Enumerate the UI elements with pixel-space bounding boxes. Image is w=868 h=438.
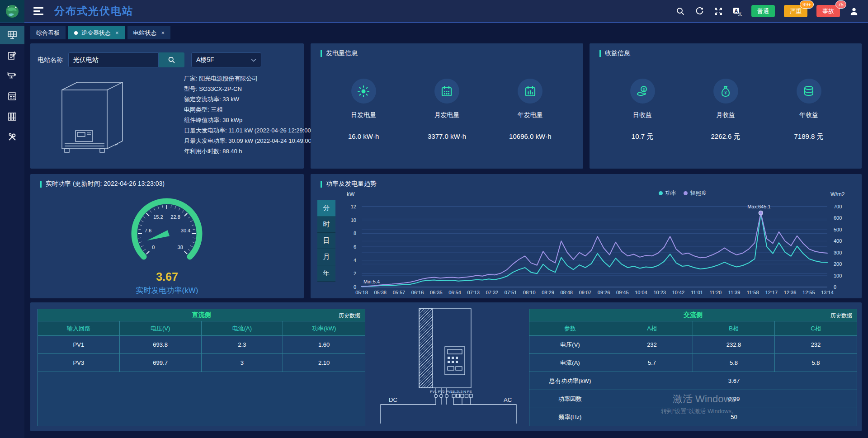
svg-text:15.2: 15.2 <box>153 214 163 220</box>
svg-text:11:20: 11:20 <box>709 290 722 295</box>
stat-label: 日收益 <box>633 111 652 119</box>
ac-label: AC <box>504 396 512 403</box>
power-gauge: 07.615.222.830.438 <box>30 174 304 271</box>
cell: 2.3 <box>202 336 283 353</box>
sidebar-item-monitor[interactable] <box>0 26 24 44</box>
app-logo <box>0 0 24 23</box>
spec-line: 月最大发电功率: 30.09 kW (2022-04-24 10:49:00) <box>184 136 313 146</box>
ac-terminal-labels: L1L2L3 N PE <box>450 390 472 394</box>
title-accent-bar <box>599 50 601 57</box>
station-search-row: 电站名称 A楼5F <box>38 52 261 67</box>
trend-chart: 010020030040050060070002468101205:1805:3… <box>311 174 862 298</box>
stat-value: 2262.6 元 <box>711 132 740 141</box>
spec-line: 日最大发电功率: 11.01 kW (2022-04-26 12:29:00) <box>184 125 313 136</box>
svg-text:09:07: 09:07 <box>579 290 592 295</box>
svg-text:10:23: 10:23 <box>653 290 666 295</box>
stat-daily-generation: 日发电量 16.0 kW·h <box>327 79 400 140</box>
inverter-specs: 厂家: 阳光电源股份有限公司 型号: SG33CX-2P-CN 额定交流功率: … <box>184 73 313 156</box>
accident-count-badge: 75 <box>835 0 846 9</box>
sidebar-item-logs[interactable] <box>0 47 24 65</box>
column-header: 电流(A) <box>202 321 283 335</box>
svg-text:05:18: 05:18 <box>355 290 368 295</box>
inverter-image <box>49 77 158 163</box>
svg-text:6: 6 <box>354 244 356 250</box>
station-search-input[interactable] <box>68 52 159 67</box>
search-button[interactable] <box>159 52 184 67</box>
svg-text:300: 300 <box>834 250 842 255</box>
tab-inverter-status[interactable]: 逆变器状态 × <box>68 26 125 39</box>
building-select-value: A楼5F <box>196 56 214 64</box>
refresh-icon[interactable] <box>694 6 704 16</box>
sidebar-item-reports[interactable] <box>0 87 24 105</box>
column-header: 电压(V) <box>120 321 202 335</box>
svg-text:09:26: 09:26 <box>598 290 610 295</box>
severe-count-badge: 99+ <box>800 0 814 9</box>
spec-line: 额定交流功率: 33 kW <box>184 94 313 104</box>
stat-monthly-revenue: ¥ 月收益 2262.6 元 <box>689 79 762 141</box>
svg-text:11:39: 11:39 <box>728 290 741 295</box>
spec-line: 年利用小时数: 88.40 h <box>184 146 313 156</box>
ac-side-table: 交流侧 历史数据 参数 A相 B相 C相 电压(V) 232 232.8 232… <box>529 309 857 426</box>
svg-text:12:36: 12:36 <box>784 290 797 295</box>
tab-close-icon[interactable]: × <box>115 29 119 36</box>
cell: 1.60 <box>283 336 365 353</box>
cell: 功率因数 <box>529 390 611 408</box>
coins-icon <box>797 79 821 104</box>
generation-stats: 日发电量 16.0 kW·h 月发电量 <box>322 79 572 140</box>
building-select[interactable]: A楼5F <box>191 52 261 67</box>
ac-table-title: 交流侧 <box>684 311 703 319</box>
column-header: A相 <box>611 321 693 335</box>
stat-yearly-generation: 年发电量 10696.0 kW·h <box>494 79 566 140</box>
main-content: 电站名称 A楼5F <box>24 39 868 438</box>
inverter-wiring-diagram: PV1 PV2 PV3 L1L2L3 N PE DC AC <box>376 305 521 428</box>
translate-icon[interactable]: A 文 <box>732 6 742 16</box>
gauge-unit-label: 实时发电功率(kW) <box>30 285 304 296</box>
svg-text:06:16: 06:16 <box>411 290 424 295</box>
svg-text:文: 文 <box>738 12 742 16</box>
cell: 总有功功率(kW) <box>529 372 611 390</box>
svg-text:Max:645.1: Max:645.1 <box>747 204 770 209</box>
alarm-severe-button[interactable]: 严重 99+ <box>784 5 807 17</box>
sidebar-item-archives[interactable] <box>0 108 24 126</box>
svg-text:12:55: 12:55 <box>802 290 815 295</box>
tab-label: 综合看板 <box>36 29 60 37</box>
svg-text:10:04: 10:04 <box>635 290 647 295</box>
svg-text:100: 100 <box>834 273 842 278</box>
stat-yearly-revenue: 年收益 7189.8 元 <box>773 79 845 141</box>
tab-station-status[interactable]: 电站状态 × <box>127 26 171 39</box>
dc-table-title-row: 直流侧 历史数据 <box>38 309 365 321</box>
gauge-value: 3.67 <box>30 270 304 283</box>
tab-close-icon[interactable]: × <box>161 29 165 36</box>
fullscreen-icon[interactable] <box>713 6 723 16</box>
table-row: 频率(Hz) 50 <box>529 408 857 426</box>
dc-history-link[interactable]: 历史数据 <box>339 309 360 322</box>
spec-line: 电网类型: 三相 <box>184 104 313 115</box>
svg-text:0: 0 <box>354 284 356 290</box>
sidebar-item-devices[interactable] <box>0 67 24 85</box>
alarm-accident-button[interactable]: 事故 75 <box>816 5 840 17</box>
alarm-normal-button[interactable]: 普通 <box>751 5 775 17</box>
svg-text:09:45: 09:45 <box>616 290 629 295</box>
stat-label: 年发电量 <box>518 111 543 119</box>
cell: PV1 <box>38 336 120 353</box>
sidebar-item-tools[interactable] <box>0 128 24 146</box>
tab-label: 逆变器状态 <box>81 29 111 37</box>
cell: 699.7 <box>120 354 202 372</box>
svg-text:10: 10 <box>351 217 356 223</box>
column-header: B相 <box>693 321 775 335</box>
search-icon[interactable] <box>675 6 685 16</box>
news-icon <box>7 50 18 61</box>
svg-text:38: 38 <box>178 245 183 250</box>
tab-dashboard[interactable]: 综合看板 <box>30 26 66 39</box>
dc-ac-panel: 直流侧 历史数据 输入回路 电压(V) 电流(A) 功率(kW) PV1 693… <box>30 302 862 431</box>
menu-toggle-icon[interactable] <box>33 5 43 17</box>
ac-history-link[interactable]: 历史数据 <box>830 309 852 322</box>
search-icon <box>168 56 175 64</box>
svg-text:11:58: 11:58 <box>747 290 759 295</box>
table-row: PV3 699.7 3 2.10 <box>38 354 365 372</box>
cell: PV3 <box>38 354 120 372</box>
ac-table-title-row: 交流侧 历史数据 <box>529 309 857 321</box>
spec-line: 组件峰值功率: 38 kWp <box>184 115 313 125</box>
calendar-icon <box>434 79 459 104</box>
user-avatar-icon[interactable] <box>849 6 859 16</box>
